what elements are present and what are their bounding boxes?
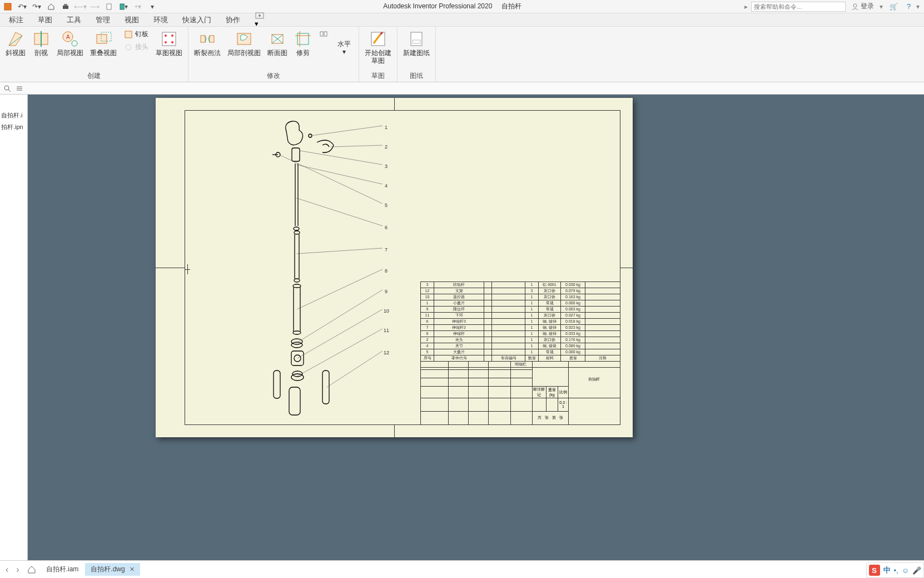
doc-tab-iam[interactable]: 自拍杆.iam [41,563,85,576]
help-icon[interactable]: ? [905,3,913,11]
plus-icon[interactable]: +▾ [133,2,142,11]
drawing-canvas[interactable]: 1 2 3 4 5 6 7 8 9 10 11 12 3转动杆1铝 60610.… [28,95,924,560]
svg-point-37 [4,86,9,90]
crop-button[interactable]: 修剪 [291,28,315,59]
breakout-button[interactable]: 局部剖视图 [224,28,264,59]
user-icon [851,3,859,11]
redo-icon[interactable]: ↷▾ [32,2,41,11]
tab-environment[interactable]: 环境 [151,14,170,26]
tab-prev-icon[interactable]: ‹ [2,565,12,575]
tab-tools[interactable]: 工具 [64,14,83,26]
svg-rect-14 [97,34,107,43]
svg-rect-29 [297,33,309,45]
print-icon[interactable] [61,2,70,11]
login-dropdown-icon[interactable]: ▾ [880,3,883,11]
callout: 6 [385,225,388,230]
callout: 2 [385,144,388,150]
svg-line-75 [297,309,382,358]
doc-icon[interactable] [105,2,113,11]
nailboard-button[interactable]: 钉板 [122,29,150,39]
browser-item[interactable]: 自拍杆.i [0,95,27,121]
tab-annotate[interactable]: 标注 [7,14,26,26]
svg-rect-63 [289,387,300,415]
ime-punct-icon: •, [894,566,898,575]
svg-rect-23 [201,36,205,42]
slant-view-button[interactable]: 斜视图 [2,28,29,59]
new-sheet-button[interactable]: 新建图纸 [400,28,433,59]
document-tabs: ‹ › 自拍杆.iam 自拍杆.dwg✕ [0,560,924,578]
table-row: 6伸缩杆31钢, 镀锌0.018 kg [421,319,620,325]
svg-line-73 [297,269,382,309]
callout: 7 [385,247,388,253]
svg-rect-64 [274,370,280,398]
tab-getstarted[interactable]: 快速入门 [180,14,213,26]
svg-point-7 [259,14,261,17]
ribbon: 斜视图 剖视 A 局部视图 重叠视图 钉板 接头 [0,27,924,82]
tab-manage[interactable]: 管理 [93,14,112,26]
svg-rect-18 [162,32,176,46]
cart-icon[interactable]: 🛒 [886,3,901,11]
parts-header: 序号 零件代号 车存编号 数量 材料 质量 注释 [421,355,620,362]
group-sheet: 新建图纸 图纸 [398,27,436,82]
undo-icon[interactable]: ↶▾ [18,2,27,11]
table-row: 12支架3灰口铁0.079 kg [421,288,620,294]
app-menu-icon[interactable] [3,2,12,11]
close-icon[interactable]: ✕ [130,566,135,573]
qat-customize-icon[interactable]: ▾ [148,2,157,11]
quick-access-toolbar: ↶▾ ↷▾ ⟵▾ ⟶ ▾ +▾ ▾ [0,2,160,11]
svg-rect-34 [371,32,385,46]
detail-view-button[interactable]: A 局部视图 [53,28,87,59]
forward-icon[interactable]: ⟶ [90,2,99,11]
overlay-view-button[interactable]: 重叠视图 [87,28,120,59]
save-icon[interactable]: ▾ [119,2,128,11]
section-view-button[interactable]: 剖视 [29,28,53,59]
browser-item[interactable]: 拍杆.ipn [0,121,27,132]
home-icon[interactable] [47,2,56,11]
svg-rect-2 [64,4,67,6]
doc-tab-dwg[interactable]: 自拍杆.dwg✕ [85,563,140,576]
addins-icon[interactable]: ▾ [255,12,267,28]
group-modify: 断裂画法 局部剖视图 断面图 修剪 水平▾ 修改 [188,27,359,82]
ime-indicator[interactable]: S 中 •, ☺ 🎤 [866,562,924,578]
search-icon[interactable] [3,85,11,92]
parts-table: 3转动杆1铝 60610.030 kg12支架3灰口铁0.079 kg10遥控器… [420,281,620,368]
svg-point-58 [291,342,302,348]
align-horiz-button[interactable] [317,29,330,39]
search-arrow-icon[interactable]: ▸ [744,3,748,11]
horiz-button[interactable]: 水平▾ [332,28,356,58]
tab-collaborate[interactable]: 协作 [223,14,242,26]
ime-mic-icon: 🎤 [912,566,921,575]
login-button[interactable]: 登录 [849,2,876,11]
menu-icon[interactable] [16,85,23,92]
home-tab-icon[interactable] [24,565,39,574]
parts-list: 3转动杆1铝 60610.030 kg12支架3灰口铁0.079 kg10遥控器… [420,281,620,368]
callout: 3 [385,164,388,169]
svg-rect-4 [120,4,125,9]
search-help-input[interactable] [751,2,846,12]
callout: 12 [384,350,389,355]
tab-sketch[interactable]: 草图 [36,14,54,26]
start-sketch-button[interactable]: 开始创建 草图 [361,28,395,67]
slice-button[interactable]: 断面图 [264,28,291,59]
help-dropdown-icon[interactable]: ▾ [916,3,920,11]
joint-button: 接头 [122,42,150,52]
svg-point-19 [165,34,167,37]
break-button[interactable]: 断裂画法 [191,28,224,59]
back-icon[interactable]: ⟵▾ [76,2,85,11]
sketchview-button[interactable]: 草图视图 [152,28,186,59]
ime-emote-icon: ☺ [902,566,909,575]
svg-point-13 [72,41,77,46]
centermark [620,268,633,268]
tab-view[interactable]: 视图 [122,14,141,26]
tab-next-icon[interactable]: › [13,565,22,575]
table-row: 4关节1钢, 镀铬0.089 kg [421,343,620,349]
table-row: 11下环1灰口铁0.027 kg [421,313,620,319]
model-browser[interactable]: 自拍杆.i 拍杆.ipn [0,95,28,560]
svg-point-57 [291,339,302,344]
svg-rect-16 [125,31,132,38]
mini-toolbar [0,82,924,95]
svg-point-20 [171,34,173,37]
title-right: ▸ 登录 ▾ 🛒 ? ▾ [744,2,924,12]
callout: 8 [385,268,388,274]
table-row: 1小盖片1常规0.000 kg [421,300,620,307]
